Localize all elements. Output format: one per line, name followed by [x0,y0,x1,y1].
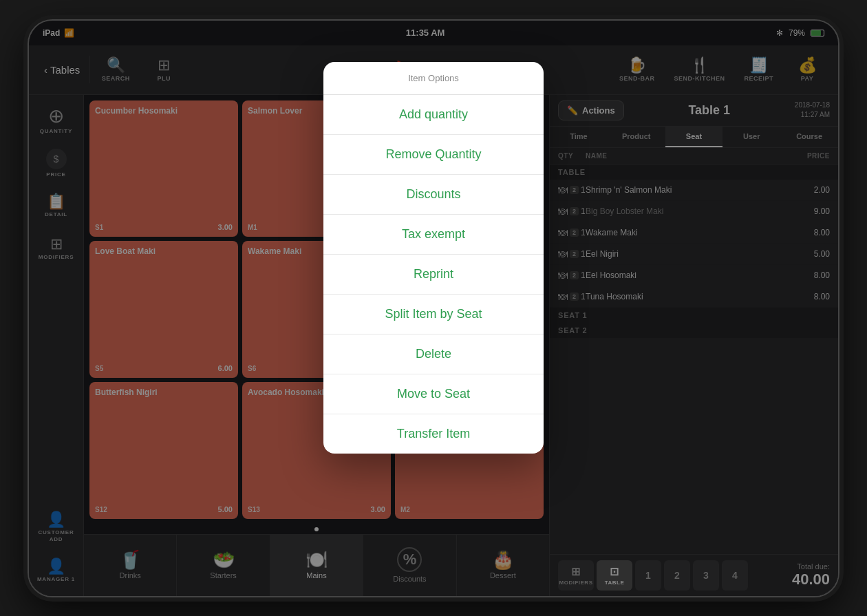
modal-option-add-quantity[interactable]: Add quantity [323,95,544,135]
modal-option-delete[interactable]: Delete [323,334,544,374]
modal-option-transfer-item[interactable]: Transfer Item [323,414,544,454]
ipad-frame: iPad 📶 11:35 AM ✻ 79% ‹ Tables 🔍 SEARCH [28,19,839,597]
modal-option-tax-exempt[interactable]: Tax exempt [323,215,544,255]
modal-option-remove-quantity[interactable]: Remove Quantity [323,135,544,175]
item-options-modal: Item Options Add quantity Remove Quantit… [323,62,544,454]
modal-option-move-to-seat[interactable]: Move to Seat [323,374,544,414]
modal-option-discounts[interactable]: Discounts [323,175,544,215]
modal-overlay[interactable]: Item Options Add quantity Remove Quantit… [29,21,838,596]
modal-option-reprint[interactable]: Reprint [323,255,544,295]
modal-title: Item Options [323,62,544,95]
modal-option-split-item[interactable]: Split Item by Seat [323,295,544,334]
